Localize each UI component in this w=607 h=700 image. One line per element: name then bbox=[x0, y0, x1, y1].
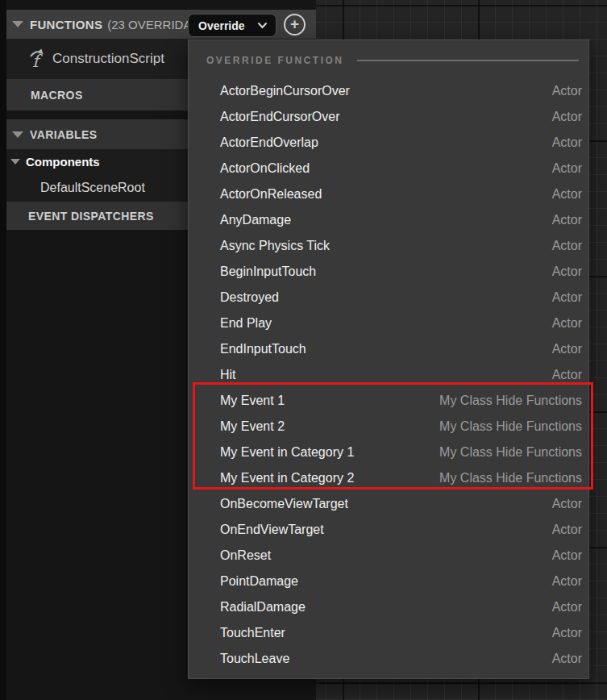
functions-label: FUNCTIONS bbox=[30, 18, 102, 31]
function-category: Actor bbox=[552, 290, 582, 305]
menu-item[interactable]: My Event 1 My Class Hide Functions bbox=[189, 388, 588, 414]
function-name: TouchEnter bbox=[220, 626, 285, 640]
function-name: BeginInputTouch bbox=[220, 265, 316, 279]
function-name: AnyDamage bbox=[220, 213, 291, 227]
function-name: My Event 1 bbox=[220, 394, 285, 408]
menu-item[interactable]: OnEndViewTarget Actor bbox=[189, 517, 588, 543]
function-name: ActorEndCursorOver bbox=[220, 110, 340, 124]
function-category: Actor bbox=[552, 187, 582, 202]
collapse-arrow-icon[interactable] bbox=[12, 131, 23, 138]
function-name: Async Physics Tick bbox=[220, 239, 330, 253]
panel-edge-divider bbox=[0, 0, 6, 700]
function-name: ActorOnClicked bbox=[220, 161, 310, 176]
function-name: End Play bbox=[220, 316, 272, 331]
menu-item[interactable]: Async Physics Tick Actor bbox=[189, 233, 588, 259]
function-name: ActorBeginCursorOver bbox=[220, 84, 350, 98]
function-name: EndInputTouch bbox=[220, 342, 306, 356]
menu-item[interactable]: AnyDamage Actor bbox=[189, 207, 588, 233]
function-name: My Event in Category 2 bbox=[220, 471, 354, 485]
menu-item[interactable]: ActorEndCursorOver Actor bbox=[189, 104, 588, 130]
function-category: Actor bbox=[552, 316, 582, 331]
collapse-arrow-icon[interactable] bbox=[10, 159, 20, 165]
function-category: My Class Hide Functions bbox=[439, 394, 582, 408]
function-category: Actor bbox=[552, 574, 582, 589]
menu-item[interactable]: Destroyed Actor bbox=[189, 285, 588, 310]
override-function-list: ActorBeginCursorOver Actor ActorEndCurso… bbox=[189, 78, 588, 672]
menu-item[interactable]: BeginInputTouch Actor bbox=[189, 259, 588, 285]
function-category: Actor bbox=[552, 626, 582, 640]
function-name: My Event in Category 1 bbox=[220, 445, 354, 460]
macros-label: MACROS bbox=[31, 89, 83, 102]
event-dispatchers-label: EVENT DISPATCHERS bbox=[28, 210, 154, 223]
menu-item[interactable]: Hit Actor bbox=[189, 362, 588, 388]
function-category: My Class Hide Functions bbox=[439, 419, 582, 434]
svg-text:f: f bbox=[32, 52, 43, 70]
function-category: Actor bbox=[552, 110, 582, 124]
function-name: My Event 2 bbox=[220, 419, 285, 434]
add-function-button[interactable]: + bbox=[284, 14, 306, 35]
function-name: Destroyed bbox=[220, 290, 279, 305]
default-scene-root-label: DefaultSceneRoot bbox=[40, 181, 145, 195]
components-label: Components bbox=[26, 155, 100, 169]
function-category: Actor bbox=[552, 600, 582, 615]
menu-item[interactable]: PointDamage Actor bbox=[189, 569, 588, 594]
construction-script-label: ConstructionScript bbox=[52, 51, 164, 67]
function-category: Actor bbox=[552, 265, 582, 279]
function-icon: f bbox=[27, 48, 48, 70]
menu-item[interactable]: ActorEndOverlap Actor bbox=[189, 130, 588, 156]
collapse-arrow-icon[interactable] bbox=[12, 21, 23, 27]
function-category: Actor bbox=[552, 342, 582, 356]
menu-item[interactable]: My Event 2 My Class Hide Functions bbox=[189, 414, 588, 440]
menu-item[interactable]: My Event in Category 1 My Class Hide Fun… bbox=[189, 440, 588, 465]
function-category: My Class Hide Functions bbox=[439, 445, 582, 460]
function-category: Actor bbox=[552, 135, 582, 150]
menu-item[interactable]: TouchLeave Actor bbox=[189, 646, 588, 672]
menu-section-title: OVERRIDE FUNCTION bbox=[206, 55, 344, 66]
function-category: Actor bbox=[552, 84, 582, 98]
function-category: Actor bbox=[552, 548, 582, 563]
function-name: OnEndViewTarget bbox=[220, 523, 324, 537]
function-category: My Class Hide Functions bbox=[439, 471, 582, 485]
menu-item[interactable]: ActorBeginCursorOver Actor bbox=[189, 78, 588, 104]
function-name: OnBecomeViewTarget bbox=[220, 497, 348, 511]
function-category: Actor bbox=[552, 213, 582, 227]
menu-item[interactable]: ActorOnClicked Actor bbox=[189, 156, 588, 181]
menu-item[interactable]: ActorOnReleased Actor bbox=[189, 181, 588, 207]
plus-icon: + bbox=[290, 16, 299, 31]
function-category: Actor bbox=[552, 239, 582, 253]
function-category: Actor bbox=[552, 497, 582, 511]
menu-item[interactable]: My Event in Category 2 My Class Hide Fun… bbox=[189, 465, 588, 491]
function-name: ActorEndOverlap bbox=[220, 135, 318, 150]
function-name: OnReset bbox=[220, 548, 271, 563]
override-button-label: Override bbox=[198, 19, 257, 32]
function-name: TouchLeave bbox=[220, 652, 289, 666]
function-category: Actor bbox=[552, 368, 582, 382]
menu-section-header: OVERRIDE FUNCTION bbox=[189, 40, 588, 76]
variables-label: VARIABLES bbox=[30, 128, 97, 141]
function-category: Actor bbox=[552, 523, 582, 537]
chevron-down-icon bbox=[257, 22, 268, 29]
menu-item[interactable]: OnBecomeViewTarget Actor bbox=[189, 491, 588, 517]
override-function-menu: OVERRIDE FUNCTION ActorBeginCursorOver A… bbox=[188, 40, 589, 679]
menu-item[interactable]: TouchEnter Actor bbox=[189, 620, 588, 646]
menu-item[interactable]: End Play Actor bbox=[189, 310, 588, 336]
function-category: Actor bbox=[552, 161, 582, 176]
function-name: ActorOnReleased bbox=[220, 187, 322, 202]
function-name: Hit bbox=[220, 368, 236, 382]
menu-item[interactable]: OnReset Actor bbox=[189, 543, 588, 569]
menu-item[interactable]: RadialDamage Actor bbox=[189, 594, 588, 620]
override-dropdown-button[interactable]: Override bbox=[188, 14, 276, 37]
section-divider bbox=[357, 60, 579, 61]
function-name: PointDamage bbox=[220, 574, 298, 589]
menu-item[interactable]: EndInputTouch Actor bbox=[189, 336, 588, 362]
function-name: RadialDamage bbox=[220, 600, 306, 615]
function-category: Actor bbox=[552, 652, 582, 666]
